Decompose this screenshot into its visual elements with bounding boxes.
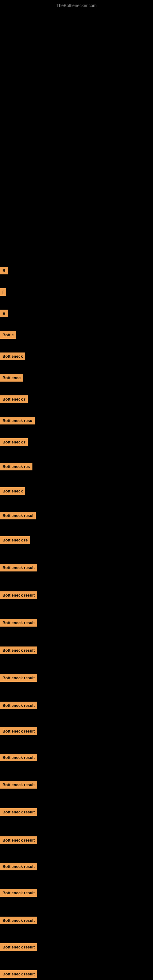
bottleneck-item-10: Bottleneck res xyxy=(0,463,32,470)
bottleneck-item-2: [ xyxy=(0,288,6,296)
bottleneck-item-27: Bottleneck result xyxy=(0,916,37,924)
bottleneck-item-12: Bottleneck resul xyxy=(0,512,36,519)
bottleneck-item-28: Bottleneck result xyxy=(0,943,37,951)
bottleneck-item-14: Bottleneck result xyxy=(0,564,37,571)
bottleneck-item-19: Bottleneck result xyxy=(0,702,37,709)
site-title: TheBottlenecker.com xyxy=(0,0,153,10)
bottleneck-item-6: Bottlenec xyxy=(0,374,23,382)
bottleneck-item-3: E xyxy=(0,310,8,317)
bottleneck-item-17: Bottleneck result xyxy=(0,646,37,654)
bottleneck-item-5: Bottleneck xyxy=(0,353,25,360)
bottleneck-item-18: Bottleneck result xyxy=(0,674,37,682)
bottleneck-item-29: Bottleneck result xyxy=(0,970,37,978)
bottleneck-item-22: Bottleneck result xyxy=(0,781,37,789)
bottleneck-item-26: Bottleneck result xyxy=(0,889,37,897)
bottleneck-item-24: Bottleneck result xyxy=(0,836,37,844)
bottleneck-item-20: Bottleneck result xyxy=(0,727,37,735)
bottleneck-item-15: Bottleneck result xyxy=(0,591,37,599)
bottleneck-item-16: Bottleneck result xyxy=(0,619,37,627)
bottleneck-item-11: Bottleneck xyxy=(0,487,25,495)
bottleneck-item-7: Bottleneck r xyxy=(0,395,28,403)
bottleneck-item-21: Bottleneck result xyxy=(0,754,37,761)
bottleneck-item-25: Bottleneck result xyxy=(0,863,37,870)
bottleneck-item-4: Bottle xyxy=(0,331,16,339)
bottleneck-item-13: Bottleneck re xyxy=(0,536,30,544)
bottleneck-item-8: Bottleneck resu xyxy=(0,417,35,425)
bottleneck-item-23: Bottleneck result xyxy=(0,808,37,816)
bottleneck-item-9: Bottleneck r xyxy=(0,438,28,446)
bottleneck-item-1: B xyxy=(0,267,8,274)
